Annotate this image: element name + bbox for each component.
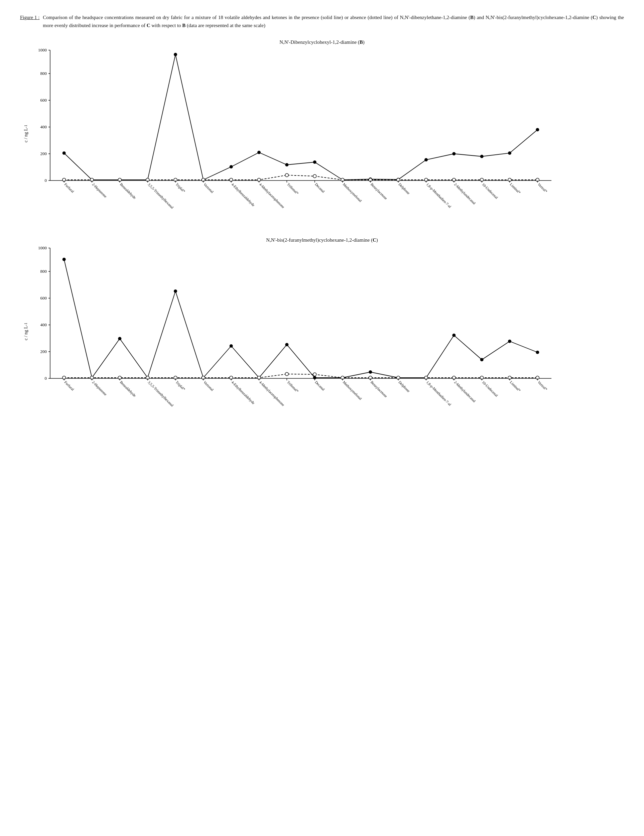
bold-C2: C bbox=[147, 23, 150, 28]
chart-c-title: N,N'-bis(2-furanylmethyl)cyclohexane-1,2… bbox=[20, 237, 624, 243]
c-xlabel-10: Methoxymelonal bbox=[342, 380, 363, 401]
chart-c-container: N,N'-bis(2-furanylmethyl)cyclohexane-1,2… bbox=[20, 237, 624, 418]
b-dotted-dot-9 bbox=[313, 175, 316, 178]
b-xlabel-14: 2-Methylundecanal bbox=[453, 182, 476, 205]
svg-text:0: 0 bbox=[45, 376, 47, 381]
b-xlabel-16: Liminal* bbox=[509, 182, 522, 194]
b-solid-dot-15 bbox=[480, 155, 484, 158]
chart-b-container: N,N'-Dibenzylcyclohexyl-1,2-diamine (B) … bbox=[20, 39, 624, 220]
c-xlabel-9: Decanal bbox=[314, 380, 326, 392]
chart-c-inner: 0 200 400 600 800 1000 bbox=[30, 245, 624, 418]
c-xlabel-1: 2-Heptanone bbox=[91, 380, 108, 397]
bold-B1: B bbox=[470, 15, 474, 20]
chart-b-title-bold: B bbox=[360, 39, 363, 45]
c-solid-dot-11 bbox=[368, 371, 372, 374]
svg-text:600: 600 bbox=[41, 98, 47, 103]
svg-text:200: 200 bbox=[41, 349, 47, 354]
c-xlabel-13: 1,8-p-Menthadien-7-al bbox=[426, 380, 452, 407]
c-xlabel-14: 2-Methylundecanal bbox=[453, 380, 476, 403]
c-xlabel-16: Liminal* bbox=[509, 380, 522, 392]
b-xlabel-13: 1,8-p-Menthadien-7-al bbox=[426, 182, 452, 209]
svg-text:400: 400 bbox=[41, 124, 47, 129]
chart-b-svg: 0 200 400 600 800 1000 bbox=[30, 47, 558, 220]
svg-text:600: 600 bbox=[41, 296, 47, 300]
b-solid-dot-0 bbox=[62, 152, 66, 155]
c-dotted-dot-9 bbox=[313, 373, 316, 376]
chart-b-title: N,N'-Dibenzylcyclohexyl-1,2-diamine (B) bbox=[20, 39, 624, 45]
b-solid-dot-8 bbox=[285, 163, 289, 167]
chart-b-inner: 0 200 400 600 800 1000 bbox=[30, 47, 624, 220]
c-solid-dot-14 bbox=[452, 334, 455, 337]
c-xlabel-8: Trifemal* bbox=[286, 380, 300, 393]
b-xlabel-6: 4-Ethylbenzaldehyde bbox=[231, 182, 256, 207]
figure-label: Figure 1 : bbox=[20, 13, 39, 29]
c-xlabel-17: Vertral* bbox=[537, 380, 548, 392]
c-xlabel-15: 10-Undecenal bbox=[481, 380, 499, 397]
chart-b-y-label: c / ng L-1 bbox=[20, 47, 30, 220]
c-xlabel-6: 4-Ethylbenzaldehyde bbox=[231, 380, 256, 405]
b-xlabel-4: Triplal* bbox=[175, 182, 186, 193]
b-xlabel-3: 3,5,5-Trimethylhexanal bbox=[147, 182, 174, 210]
c-xlabel-4: Triplal* bbox=[175, 380, 186, 391]
b-xlabel-15: 10-Undecenal bbox=[481, 182, 499, 199]
c-xlabel-0: Furfural bbox=[64, 380, 75, 392]
c-xlabel-2: Benzaldehyde bbox=[119, 380, 137, 398]
b-xlabel-7: 4-Methylacetophenone bbox=[259, 182, 285, 209]
b-solid-dot-17 bbox=[536, 128, 539, 131]
b-dotted-dot-8 bbox=[285, 173, 289, 177]
bold-C1: C bbox=[592, 15, 596, 20]
c-dotted-dot-8 bbox=[285, 372, 289, 376]
chart-c-solid-line bbox=[64, 260, 538, 378]
chart-b-dotted-line bbox=[64, 175, 538, 180]
c-xlabel-7: 4-Methylacetophenone bbox=[259, 380, 285, 407]
figure-caption: Figure 1 : Comparison of the headspace c… bbox=[20, 13, 624, 29]
b-xlabel-5: Vertonal bbox=[203, 182, 215, 194]
c-solid-dot-6 bbox=[230, 344, 233, 348]
svg-text:200: 200 bbox=[41, 151, 47, 156]
c-solid-dot-2 bbox=[118, 337, 121, 340]
c-solid-dot-8 bbox=[285, 343, 289, 346]
b-solid-dot-9 bbox=[313, 160, 316, 164]
svg-text:400: 400 bbox=[41, 322, 47, 327]
chart-c-y-label: c / ng L-1 bbox=[20, 245, 30, 418]
b-xlabel-17: Vertral* bbox=[537, 182, 548, 194]
b-solid-dot-7 bbox=[258, 151, 261, 154]
b-solid-dot-6 bbox=[230, 165, 233, 168]
svg-text:1000: 1000 bbox=[38, 245, 47, 250]
c-xlabel-5: Vertonal bbox=[203, 380, 215, 392]
b-solid-dot-13 bbox=[424, 158, 428, 162]
svg-text:1000: 1000 bbox=[38, 47, 47, 52]
c-solid-dot-0 bbox=[62, 258, 66, 261]
bold-B2: B bbox=[182, 23, 186, 28]
b-xlabel-0: Furfural bbox=[64, 182, 75, 194]
b-xlabel-8: Trifemal* bbox=[286, 182, 300, 195]
chart-c-svg: 0 200 400 600 800 1000 bbox=[30, 245, 558, 418]
b-xlabel-1: 2-Heptanone bbox=[91, 182, 108, 199]
chart-c-title-bold: C bbox=[373, 237, 376, 243]
b-xlabel-11: Benzylacetone bbox=[370, 182, 388, 200]
c-solid-dot-15 bbox=[480, 358, 484, 361]
c-solid-dot-4 bbox=[174, 289, 177, 293]
chart-c-wrap: c / ng L-1 0 200 400 600 800 1000 bbox=[20, 245, 624, 418]
svg-text:800: 800 bbox=[41, 269, 47, 274]
c-xlabel-12: Delphone bbox=[398, 380, 411, 393]
b-xlabel-12: Delphone bbox=[398, 182, 411, 195]
caption-text: Comparison of the headspace concentratio… bbox=[43, 13, 624, 29]
b-solid-dot-4 bbox=[174, 53, 177, 56]
b-xlabel-9: Decanal bbox=[314, 182, 326, 194]
c-solid-dot-16 bbox=[508, 340, 511, 343]
svg-text:0: 0 bbox=[45, 178, 47, 183]
c-xlabel-3: 3,5,5-Trimethylhexanal bbox=[147, 380, 174, 407]
svg-text:800: 800 bbox=[41, 71, 47, 76]
b-solid-dot-14 bbox=[452, 152, 455, 155]
b-xlabel-10: Methoxymelonal bbox=[342, 182, 363, 203]
c-xlabel-11: Benzylacetone bbox=[370, 380, 388, 398]
chart-b-wrap: c / ng L-1 0 200 400 600 800 1000 bbox=[20, 47, 624, 220]
chart-c-dotted-line bbox=[64, 374, 538, 378]
c-solid-dot-17 bbox=[536, 351, 539, 354]
b-xlabel-2: Benzaldehyde bbox=[119, 182, 137, 200]
chart-b-solid-line bbox=[64, 54, 538, 180]
b-solid-dot-16 bbox=[508, 152, 511, 155]
